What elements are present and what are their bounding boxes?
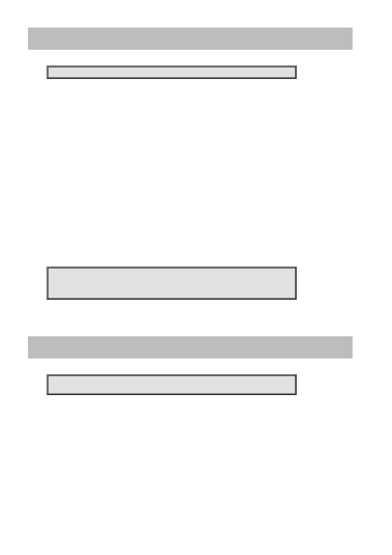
textarea-input-1[interactable] bbox=[46, 266, 297, 300]
text-input-1[interactable] bbox=[46, 65, 297, 79]
section-header-2 bbox=[28, 336, 353, 358]
text-input-2[interactable] bbox=[46, 374, 297, 395]
section-header-1 bbox=[28, 28, 353, 50]
